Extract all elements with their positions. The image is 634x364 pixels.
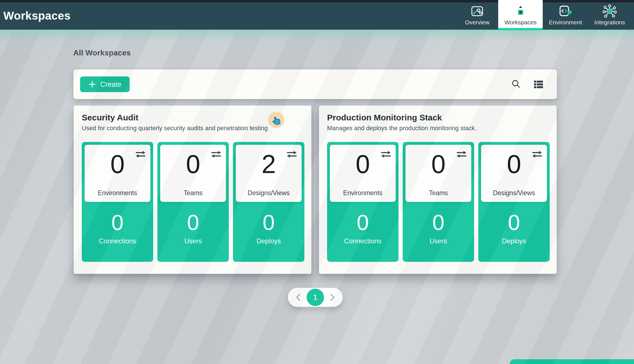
top-navigation-bar: Workspaces Overview — [0, 0, 634, 30]
stat-tile-bottom: 0 Users — [403, 202, 474, 262]
plus-icon — [88, 81, 96, 88]
nav-tab-environment[interactable]: Environment — [543, 0, 588, 30]
search-icon[interactable] — [510, 78, 522, 90]
substat-value: 0 — [432, 211, 444, 233]
bottom-right-panel-peek[interactable] — [510, 359, 634, 364]
stat-value: 0 — [481, 149, 547, 179]
nav-label: Integrations — [594, 19, 625, 30]
workspaces-toolbar: Create — [73, 69, 557, 99]
stat-value: 0 — [160, 149, 226, 179]
main-nav: Overview Workspaces — [456, 0, 631, 30]
stat-value: 0 — [405, 149, 471, 179]
stat-tile-top: 0 Designs/Views — [481, 145, 547, 202]
pagination: 1 — [288, 288, 343, 307]
stat-label: Environments — [85, 189, 150, 197]
workspace-card-production-monitoring[interactable]: Production Monitoring Stack Manages and … — [319, 106, 557, 274]
substat-label: Users — [430, 237, 447, 245]
create-workspace-button[interactable]: Create — [80, 76, 130, 92]
stat-tile-environments[interactable]: 0 Environments 0 Connections — [82, 142, 153, 262]
nav-label: Environment — [549, 19, 582, 30]
nav-tab-workspaces[interactable]: Workspaces — [498, 0, 543, 30]
stat-tile-designs-views[interactable]: 2 Designs/Views 0 Deploys — [233, 142, 304, 262]
stat-tile-bottom: 0 Connections — [327, 202, 398, 262]
create-button-label: Create — [100, 80, 121, 88]
page-title: Workspaces — [3, 10, 71, 22]
substat-label: Deploys — [257, 237, 281, 245]
substat-label: Connections — [99, 237, 136, 245]
stat-tile-teams[interactable]: 0 Teams 0 Users — [157, 142, 229, 262]
header-gradient-band — [0, 30, 634, 42]
substat-label: Connections — [344, 237, 381, 245]
stat-tile-top: 0 Teams — [405, 145, 471, 202]
integrations-icon — [603, 4, 617, 18]
stat-tile-bottom: 0 Users — [157, 202, 229, 262]
stat-tiles: 0 Environments 0 Connections — [82, 142, 304, 262]
stat-tile-top: 0 Environments — [85, 145, 150, 202]
stat-label: Designs/Views — [481, 189, 547, 197]
substat-value: 0 — [187, 211, 199, 233]
stat-tile-bottom: 0 Connections — [82, 202, 153, 262]
substat-value: 0 — [263, 211, 275, 233]
stat-tile-bottom: 0 Deploys — [233, 202, 304, 262]
nav-tab-integrations[interactable]: Integrations — [588, 0, 631, 30]
stat-label: Teams — [160, 189, 226, 197]
toolbar-icons — [510, 78, 545, 90]
next-page-icon[interactable] — [329, 293, 336, 302]
stat-value: 0 — [330, 149, 396, 179]
substat-label: Users — [184, 237, 202, 245]
stat-tile-top: 2 Designs/Views — [236, 145, 302, 202]
stat-label: Teams — [405, 189, 471, 197]
stat-tile-bottom: 0 Deploys — [478, 202, 550, 262]
workspace-title: Production Monitoring Stack — [327, 113, 548, 122]
stat-tile-top: 0 Environments — [330, 145, 396, 202]
stat-tile-teams[interactable]: 0 Teams 0 Users — [403, 142, 474, 262]
current-page-button[interactable]: 1 — [307, 289, 324, 306]
substat-value: 0 — [357, 211, 369, 233]
overview-icon — [471, 4, 484, 18]
workspace-card-security-audit[interactable]: Security Audit Used for conducting quart… — [74, 106, 311, 274]
stat-label: Environments — [330, 189, 396, 197]
workspace-title: Security Audit — [82, 113, 303, 122]
stat-tile-top: 0 Teams — [160, 145, 226, 202]
stat-value: 0 — [85, 149, 150, 179]
substat-value: 0 — [508, 211, 520, 233]
substat-value: 0 — [111, 211, 123, 233]
app-screen: Workspaces Overview — [0, 0, 634, 364]
list-view-icon[interactable] — [532, 79, 545, 90]
all-workspaces-heading: All Workspaces — [73, 49, 131, 57]
stat-label: Designs/Views — [236, 189, 302, 197]
nav-label: Overview — [465, 19, 490, 30]
previous-page-icon[interactable] — [295, 293, 302, 302]
stat-tiles: 0 Environments 0 Connections — [327, 142, 550, 262]
environment-icon — [558, 4, 572, 18]
stat-tile-environments[interactable]: 0 Environments 0 Connections — [327, 142, 398, 262]
workspaces-icon — [516, 4, 525, 18]
nav-label: Workspaces — [504, 19, 537, 30]
stat-tile-designs-views[interactable]: 0 Designs/Views 0 Deploys — [478, 142, 550, 262]
workspace-description: Manages and deploys the production monit… — [327, 125, 548, 132]
workspace-description: Used for conducting quarterly security a… — [82, 125, 303, 132]
nav-tab-overview[interactable]: Overview — [456, 0, 498, 30]
substat-label: Deploys — [502, 237, 526, 245]
stat-value: 2 — [236, 149, 302, 179]
